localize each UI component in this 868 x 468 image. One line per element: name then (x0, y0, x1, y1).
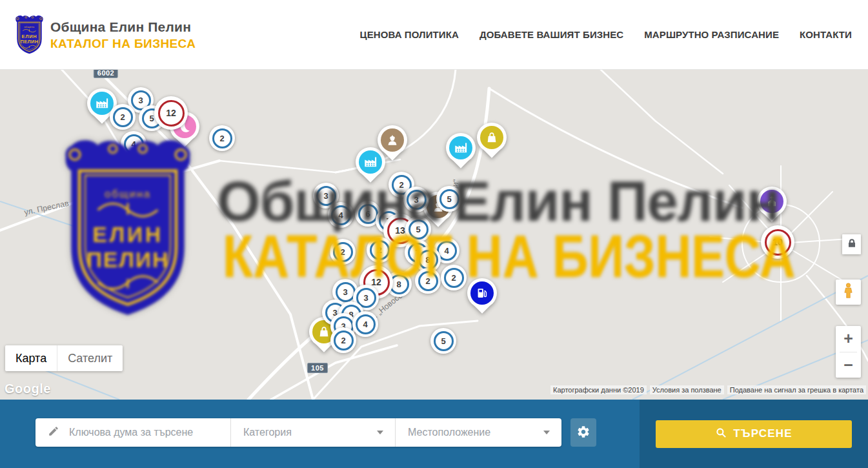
cluster-count: 2 (120, 112, 125, 122)
search-fields-group: Категория Местоположение (35, 418, 561, 447)
cluster-count: 12 (371, 277, 381, 287)
factory-icon (449, 136, 472, 159)
svg-text:ЕЛИН: ЕЛИН (21, 34, 37, 39)
search-submit-panel: ТЪРСЕНЕ (640, 400, 868, 468)
cluster-marker[interactable]: 5 (430, 328, 456, 354)
search-button[interactable]: ТЪРСЕНЕ (656, 420, 852, 448)
nav-item-add-business[interactable]: ДОБАВЕТЕ ВАШИЯТ БИЗНЕС (479, 29, 623, 40)
gear-icon (576, 425, 590, 441)
cluster-marker[interactable]: 4 (352, 311, 378, 337)
cluster-count: 4 (363, 320, 367, 329)
street-view-pegman-button[interactable] (836, 280, 861, 305)
map-zoom-control: + − (836, 326, 861, 378)
advanced-search-settings-button[interactable] (570, 418, 596, 447)
cluster-count: 2 (425, 276, 430, 286)
fuel-category-pin[interactable] (467, 278, 497, 308)
location-select[interactable]: Местоположение (395, 418, 561, 447)
map-attribution-item: Картографски данни ©2019 (550, 385, 647, 394)
cluster-count: 8 (425, 255, 430, 265)
cluster-count: 2 (399, 180, 403, 190)
main-nav: ЦЕНОВА ПОЛИТИКАДОБАВЕТЕ ВАШИЯТ БИЗНЕСМАР… (360, 0, 852, 69)
search-button-label: ТЪРСЕНЕ (733, 427, 792, 440)
site-title: Община Елин Пелин (50, 19, 196, 34)
site-brand: Община Елин Пелин КАТАЛОГ НА БИЗНЕСА (50, 19, 196, 50)
zoom-out-button[interactable]: − (836, 352, 861, 378)
map-attribution-item[interactable]: Условия за ползване (650, 385, 724, 394)
cluster-marker[interactable]: 2 (441, 265, 467, 290)
cluster-marker[interactable]: 5 (405, 216, 431, 242)
cluster-count: 2 (340, 247, 345, 257)
map-type-map-button[interactable]: Карта (5, 345, 57, 371)
cluster-marker[interactable]: 2 (209, 125, 235, 151)
cluster-marker[interactable]: 2 (330, 239, 356, 265)
chevron-down-icon (377, 431, 383, 434)
google-logo[interactable]: Google (5, 382, 51, 396)
pegman-icon (840, 282, 857, 302)
map-markers-layer: 3251242323546713522748228123338342510 (0, 69, 868, 400)
cluster-marker[interactable]: 3 (403, 187, 429, 212)
cluster-count: 3 (138, 96, 143, 105)
cluster-count: 8 (396, 280, 401, 289)
pencil-icon (48, 425, 59, 440)
cluster-count: 2 (451, 273, 456, 283)
search-icon (715, 427, 727, 442)
map-attribution-item[interactable]: Подаване на сигнал за грешка в картата (727, 385, 866, 394)
nav-item-pricing[interactable]: ЦЕНОВА ПОЛИТИКА (360, 29, 459, 40)
cluster-marker[interactable]: 4 (328, 202, 354, 228)
chevron-down-icon (543, 431, 550, 434)
keyword-section (35, 418, 230, 447)
cluster-marker[interactable]: 4 (121, 131, 146, 157)
cluster-count: 2 (377, 245, 381, 255)
cluster-count: 3 (363, 293, 368, 303)
cluster-marker[interactable]: 5 (436, 186, 462, 212)
cluster-marker[interactable]: 2 (330, 327, 356, 353)
bag-category-pin[interactable] (477, 123, 507, 152)
category-select-placeholder: Категория (243, 427, 292, 438)
cluster-count: 3 (343, 287, 347, 297)
fuel-icon (470, 281, 494, 305)
cluster-count: 4 (444, 246, 449, 256)
map-attribution: Картографски данни ©2019Условия за ползв… (550, 385, 866, 394)
cluster-count: 5 (149, 114, 154, 123)
category-select[interactable]: Категория (230, 418, 395, 447)
municipality-crest-logo-icon[interactable]: общинаЕЛИНПЕЛИН (14, 14, 45, 55)
factory-category-pin[interactable] (446, 133, 476, 163)
site-header: общинаЕЛИНПЕЛИН Община Елин Пелин КАТАЛО… (0, 0, 868, 70)
cluster-marker[interactable]: 2 (415, 268, 441, 294)
worker-category-pin[interactable] (378, 125, 407, 155)
cluster-count: 4 (131, 139, 136, 149)
search-bar: Категория Местоположение ТЪРСЕНЕ (0, 400, 868, 468)
cluster-count: 10 (772, 237, 783, 247)
cluster-count: 13 (395, 225, 405, 236)
cluster-count: 5 (416, 225, 420, 234)
nav-item-contacts[interactable]: КОНТАКТИ (800, 29, 852, 40)
cluster-marker[interactable]: 2 (367, 237, 392, 263)
site-subtitle: КАТАЛОГ НА БИЗНЕСА (50, 36, 196, 50)
cluster-count: 2 (219, 134, 224, 143)
map-type-satellite-button[interactable]: Сателит (57, 345, 123, 371)
cluster-count: 2 (341, 336, 345, 345)
worker-icon (381, 128, 404, 152)
cluster-count: 6 (365, 209, 370, 219)
zoom-in-button[interactable]: + (836, 326, 861, 352)
cluster-count: 3 (414, 195, 418, 205)
location-select-placeholder: Местоположение (408, 427, 490, 438)
nav-item-bus-schedule[interactable]: МАРШРУТНО РАЗПИСАНИЕ (644, 29, 779, 40)
cluster-count: 12 (166, 108, 176, 118)
svg-text:община: община (25, 26, 35, 28)
lock-button[interactable] (842, 234, 861, 254)
keyword-search-input[interactable] (68, 426, 225, 439)
lock-icon (847, 238, 857, 251)
google-map[interactable]: ул. Преславбул. „Новоселци“6002105 32512… (0, 69, 868, 400)
cluster-count: 3 (323, 191, 328, 201)
map-type-control: Карта Сателит (5, 345, 123, 371)
cluster-count: 5 (447, 194, 451, 204)
cluster-count: 4 (338, 210, 343, 220)
church-category-pin[interactable] (757, 187, 787, 216)
bag-icon (480, 126, 503, 149)
svg-text:ПЕЛИН: ПЕЛИН (20, 39, 38, 45)
cluster-marker[interactable]: 2 (110, 104, 136, 130)
cluster-marker[interactable]: 10 (761, 225, 794, 259)
cluster-count: 5 (441, 336, 445, 346)
cluster-marker[interactable]: 12 (154, 96, 188, 130)
